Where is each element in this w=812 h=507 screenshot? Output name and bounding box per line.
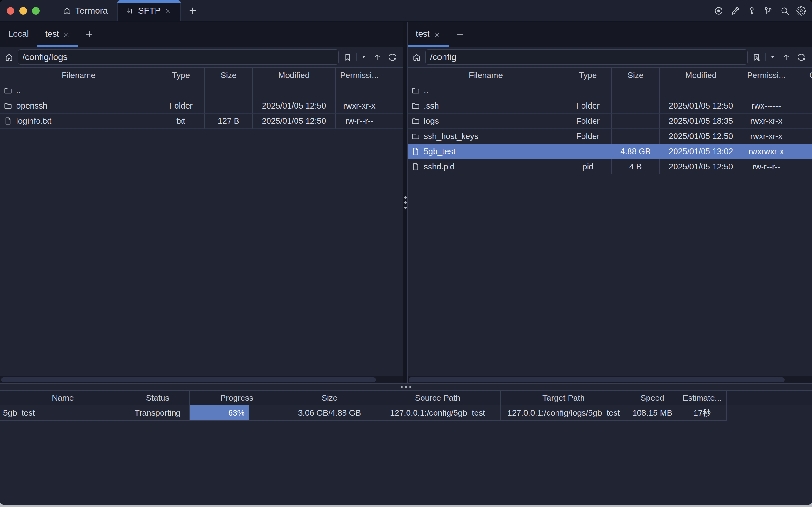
close-window-button[interactable] xyxy=(7,7,14,15)
search-icon xyxy=(780,6,790,15)
file-type: Folder xyxy=(564,114,612,129)
file-icon xyxy=(4,117,12,125)
file-owner xyxy=(791,144,812,159)
transfer-row-filler xyxy=(726,405,812,421)
column-header-estimate[interactable]: Estimate... xyxy=(678,391,726,405)
file-type xyxy=(564,144,612,159)
column-header-name[interactable]: Name xyxy=(0,391,126,405)
column-header-filename[interactable]: Filename xyxy=(408,68,564,83)
file-size: 4.88 GB xyxy=(612,144,660,159)
column-header-status[interactable]: Status xyxy=(126,391,190,405)
tab-test-right[interactable]: test xyxy=(408,21,449,47)
column-header-permissions[interactable]: Permissi... xyxy=(743,68,791,83)
record-button[interactable] xyxy=(713,5,724,16)
column-header-owner[interactable]: Ow xyxy=(383,68,403,83)
progress-bar: 63% xyxy=(190,405,249,420)
file-size xyxy=(205,98,253,114)
file-row[interactable]: ssh_host_keys Folder 2025/01/05 12:50 rw… xyxy=(408,129,812,144)
new-tab-button[interactable] xyxy=(181,0,205,21)
parent-directory-button[interactable] xyxy=(371,51,383,63)
folder-icon xyxy=(412,117,420,125)
edit-button[interactable] xyxy=(729,5,741,16)
file-size xyxy=(205,83,253,98)
arrow-up-icon xyxy=(781,53,791,62)
home-icon xyxy=(4,53,14,62)
refresh-button[interactable] xyxy=(386,51,399,63)
file-row-selected[interactable]: 5gb_test 4.88 GB 2025/01/05 13:02 rwxrwx… xyxy=(408,144,812,159)
column-header-size[interactable]: Size xyxy=(205,68,253,83)
column-header-size[interactable]: Size xyxy=(284,391,375,405)
column-header-speed[interactable]: Speed xyxy=(627,391,678,405)
home-icon xyxy=(62,6,71,15)
new-connection-button[interactable] xyxy=(78,21,100,47)
close-tab-icon[interactable] xyxy=(434,31,441,38)
remove-bookmark-button[interactable] xyxy=(750,51,763,63)
close-tab-icon[interactable] xyxy=(63,31,70,38)
tab-test-label: test xyxy=(45,29,59,39)
gear-icon xyxy=(797,6,806,15)
transfer-row[interactable]: 5gb_test Transporting 63% 3.06 GB/4.88 G… xyxy=(0,405,812,421)
bookmark-button[interactable] xyxy=(341,51,354,63)
settings-button[interactable] xyxy=(796,5,807,16)
home-button[interactable] xyxy=(3,51,15,63)
keys-button[interactable] xyxy=(746,5,757,16)
pane-splitter[interactable] xyxy=(403,21,408,383)
column-header-modified[interactable]: Modified xyxy=(660,68,743,83)
column-header-owner[interactable]: Ow xyxy=(791,68,812,83)
column-header-source-path[interactable]: Source Path xyxy=(375,391,501,405)
new-connection-button[interactable] xyxy=(449,21,471,47)
file-owner xyxy=(791,159,812,174)
bookmark-dropdown-button[interactable] xyxy=(359,51,368,63)
keychain-button[interactable] xyxy=(762,5,774,16)
horizontal-scrollbar xyxy=(408,376,812,383)
column-header-target-path[interactable]: Target Path xyxy=(501,391,627,405)
bookmark-slash-icon xyxy=(752,53,761,62)
tab-test-label: test xyxy=(416,29,430,39)
bookmark-dropdown-button[interactable] xyxy=(768,51,777,63)
transfer-header-filler xyxy=(726,391,812,405)
column-header-permissions[interactable]: Permissi... xyxy=(335,68,383,83)
file-permissions: rwxr-xr-x xyxy=(743,114,791,129)
filename: 5gb_test xyxy=(424,147,455,156)
path-input[interactable] xyxy=(425,50,748,65)
scrollbar-thumb[interactable] xyxy=(409,377,785,382)
file-row[interactable]: openssh Folder 2025/01/05 12:50 rwxr-xr-… xyxy=(0,98,403,114)
file-row[interactable]: .ssh Folder 2025/01/05 12:50 rwx------ xyxy=(408,98,812,114)
column-header-filename[interactable]: Filename xyxy=(0,68,157,83)
column-header-size[interactable]: Size xyxy=(612,68,660,83)
tab-test-left[interactable]: test xyxy=(37,21,78,47)
file-row[interactable]: .. xyxy=(0,83,403,98)
close-tab-icon[interactable] xyxy=(164,7,172,15)
file-owner xyxy=(383,114,403,129)
tab-termora[interactable]: Termora xyxy=(53,0,117,21)
column-header-type[interactable]: Type xyxy=(564,68,612,83)
folder-icon xyxy=(412,132,420,140)
folder-icon xyxy=(4,86,12,95)
file-permissions: rw-r--r-- xyxy=(335,114,383,129)
file-row[interactable]: loginfo.txt txt 127 B 2025/01/05 12:50 r… xyxy=(0,114,403,129)
path-input[interactable] xyxy=(18,50,339,65)
transfer-panel-splitter[interactable] xyxy=(0,383,812,390)
scrollbar-thumb[interactable] xyxy=(1,377,376,382)
file-row[interactable]: logs Folder 2025/01/05 18:35 rwxr-xr-x xyxy=(408,114,812,129)
tab-local[interactable]: Local xyxy=(0,21,37,47)
minimize-window-button[interactable] xyxy=(19,7,27,15)
transfer-estimate: 17秒 xyxy=(678,405,726,421)
zoom-window-button[interactable] xyxy=(32,7,40,15)
refresh-button[interactable] xyxy=(795,51,808,63)
search-button[interactable] xyxy=(779,5,791,16)
tab-sftp[interactable]: SFTP xyxy=(117,0,181,21)
parent-directory-button[interactable] xyxy=(779,51,792,63)
home-button[interactable] xyxy=(410,51,423,63)
folder-icon xyxy=(4,102,12,110)
folder-icon xyxy=(412,102,420,110)
file-type: Folder xyxy=(564,129,612,144)
transfer-progress-cell: 63% xyxy=(190,405,284,421)
file-row[interactable]: sshd.pid pid 4 B 2025/01/05 12:50 rw-r--… xyxy=(408,159,812,174)
column-header-progress[interactable]: Progress xyxy=(190,391,284,405)
column-header-type[interactable]: Type xyxy=(157,68,205,83)
left-path-bar xyxy=(0,47,403,67)
file-permissions xyxy=(335,83,383,98)
column-header-modified[interactable]: Modified xyxy=(253,68,335,83)
file-row[interactable]: .. xyxy=(408,83,812,98)
